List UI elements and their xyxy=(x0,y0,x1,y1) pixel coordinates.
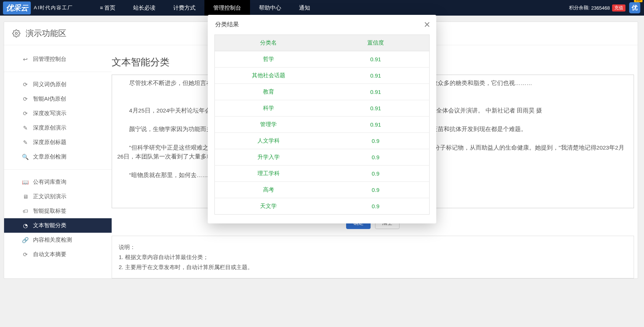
cell-confidence: 0.91 xyxy=(322,84,430,100)
cell-confidence: 0.9 xyxy=(322,166,430,182)
cell-confidence: 0.9 xyxy=(322,133,430,149)
cell-confidence: 0.91 xyxy=(322,100,430,117)
modal-header: 分类结果 ✕ xyxy=(208,15,436,35)
th-confidence: 置信度 xyxy=(322,35,430,51)
cell-category: 高考 xyxy=(215,182,322,198)
cell-category: 教育 xyxy=(215,84,322,100)
cell-confidence: 0.9 xyxy=(322,149,430,166)
modal-title: 分类结果 xyxy=(215,21,239,27)
modal-body: 分类名 置信度 哲学0.91其他社会话题0.91教育0.91科学0.91管理学0… xyxy=(208,35,436,223)
table-row: 高考0.9 xyxy=(215,182,430,198)
cell-category: 天文学 xyxy=(215,198,322,215)
cell-category: 人文学科 xyxy=(215,133,322,149)
table-row: 科学0.91 xyxy=(215,100,430,117)
table-row: 其他社会话题0.91 xyxy=(215,68,430,84)
table-row: 天文学0.9 xyxy=(215,198,430,215)
table-row: 升学入学0.9 xyxy=(215,149,430,166)
cell-confidence: 0.91 xyxy=(322,68,430,84)
cell-category: 升学入学 xyxy=(215,149,322,166)
cell-confidence: 0.9 xyxy=(322,182,430,198)
cell-confidence: 0.91 xyxy=(322,117,430,133)
result-table: 分类名 置信度 哲学0.91其他社会话题0.91教育0.91科学0.91管理学0… xyxy=(214,35,430,215)
cell-category: 科学 xyxy=(215,100,322,117)
table-row: 理工学科0.9 xyxy=(215,166,430,182)
cell-category: 理工学科 xyxy=(215,166,322,182)
cell-category: 哲学 xyxy=(215,51,322,68)
classification-result-modal: 分类结果 ✕ 分类名 置信度 哲学0.91其他社会话题0.91教育0.91科学0… xyxy=(208,15,436,223)
close-icon[interactable]: ✕ xyxy=(424,20,430,30)
table-row: 哲学0.91 xyxy=(215,51,430,68)
table-row: 人文学科0.9 xyxy=(215,133,430,149)
cell-category: 管理学 xyxy=(215,117,322,133)
cell-category: 其他社会话题 xyxy=(215,68,322,84)
cell-confidence: 0.91 xyxy=(322,51,430,68)
table-row: 教育0.91 xyxy=(215,84,430,100)
th-category: 分类名 xyxy=(215,35,322,51)
table-row: 管理学0.91 xyxy=(215,117,430,133)
cell-confidence: 0.9 xyxy=(322,198,430,215)
table-header-row: 分类名 置信度 xyxy=(215,35,430,51)
